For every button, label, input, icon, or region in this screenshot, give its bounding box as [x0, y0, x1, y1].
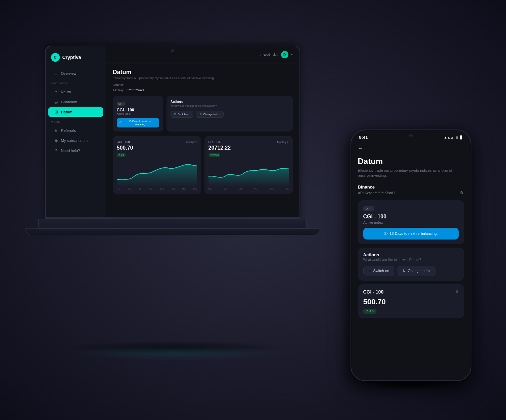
chart2-value: 20712.22 [209, 145, 289, 151]
phone-notch [391, 130, 431, 141]
main-content: ? Need help? D ▾ Datum Effi [106, 46, 300, 219]
page-header: Datum Efficiently trade our proprietary … [106, 63, 300, 83]
chart2-area [209, 160, 289, 187]
phone-switch-on-button[interactable]: ⊟ Switch on [363, 266, 395, 276]
refresh-icon: ↻ [199, 113, 202, 116]
sidebar-item-subscriptions[interactable]: ◉ My subscriptions [48, 136, 103, 145]
help-icon: ? [54, 148, 58, 153]
api-key-label: API Key: [113, 89, 125, 92]
phone-index-subtitle: Active index [363, 220, 459, 224]
phone-change-index-button[interactable]: ↻ Change index [398, 266, 435, 276]
chart2-header: CRI - 100 Monthly ▾ [209, 140, 289, 144]
actions-subtitle: What would you like to do with Datum? [171, 104, 289, 107]
page-title: Datum [113, 69, 293, 76]
back-button[interactable]: ← [358, 145, 464, 151]
chart2-name: CRI - 100 [209, 140, 222, 144]
overview-icon: ○ [54, 71, 58, 76]
page-subtitle: Efficiently trade our proprietary crypto… [113, 76, 293, 80]
wifi-icon: ⊕ [456, 136, 458, 139]
phone-info-icon: ⓘ [384, 231, 387, 236]
sidebar-item-datum[interactable]: ⊞ Datum [48, 107, 103, 117]
app-ui: C Cryptiva ○ Overview PRODUCTS ✦ Neuro [46, 46, 300, 219]
datum-icon: ⊞ [54, 110, 58, 114]
index-name: CGI - 100 [117, 108, 159, 112]
guardium-icon: ◎ [54, 100, 58, 104]
api-key-value: *********3snU [127, 89, 144, 92]
phone-actions-card: Actions What would you like to do with D… [358, 248, 464, 281]
laptop: C Cryptiva ○ Overview PRODUCTS ✦ Neuro [45, 46, 307, 348]
app-name: Cryptiva [62, 55, 81, 60]
sidebar: C Cryptiva ○ Overview PRODUCTS ✦ Neuro [46, 46, 106, 219]
phone-body: 9:41 ▲▲▲ ⊕ ▊ ← Datum Efficiently trade o… [351, 129, 471, 381]
sidebar-item-referrals[interactable]: ◈ Referrals [48, 126, 103, 135]
charts-row: CGI - 100 Monthly ▾ 500.70 ↗ 3% [106, 136, 300, 194]
phone-content: ← Datum Efficiently trade our proprietar… [351, 140, 471, 324]
phone-cgi-header: CGI - 100 ≡ [363, 289, 459, 295]
phone-link-icon: ⊟ [368, 269, 371, 273]
sidebar-item-overview[interactable]: ○ Overview [48, 69, 103, 78]
logo-area: C Cryptiva [46, 53, 106, 68]
chart2-badge: ↗ 0.03% [209, 153, 221, 157]
camera-notch [171, 49, 174, 52]
chart-card-cri: CRI - 100 Monthly ▾ 20712.22 ↗ 0.03% [204, 136, 293, 194]
sidebar-item-neuro[interactable]: ✦ Neuro [48, 87, 103, 97]
chart1-area [117, 160, 197, 187]
phone-index-card: OFF CGI - 100 Active index ⓘ 13 Days to … [358, 200, 464, 244]
switch-on-button[interactable]: ⊟ Switch on [171, 111, 193, 118]
products-label: PRODUCTS [46, 82, 106, 85]
action-buttons-row: ⊟ Switch on ↻ Change index [171, 111, 289, 118]
phone-off-badge: OFF [363, 206, 374, 211]
chart1-value: 500.70 [117, 145, 197, 151]
phone-api-key-label: API Key: [358, 191, 372, 195]
phone-actions-title: Actions [363, 252, 459, 257]
off-badge: OFF [117, 102, 125, 106]
phone-api-key-value: *********3snU [373, 191, 395, 195]
phone-screen: 9:41 ▲▲▲ ⊕ ▊ ← Datum Efficiently trade o… [351, 130, 471, 380]
api-key-row: API Key: *********3snU [106, 89, 300, 92]
chart2-x-labels: May Jun Jul Aug Sept Oct [209, 188, 289, 190]
phone-exchange-label: Binance [358, 185, 464, 190]
edit-icon[interactable]: ✎ [460, 190, 464, 196]
subscriptions-icon: ◉ [54, 138, 58, 143]
phone-filter-icon[interactable]: ≡ [455, 289, 458, 295]
phone-index-name: CGI - 100 [363, 214, 459, 220]
referrals-icon: ◈ [54, 128, 58, 133]
phone-api-key-row: API Key: *********3snU ✎ [358, 190, 464, 196]
info-icon: ⓘ [120, 121, 122, 125]
phone-page-subtitle: Efficiently trade our proprietary crypto… [358, 168, 464, 178]
actions-title: Actions [171, 100, 289, 104]
logo-icon: C [51, 53, 60, 62]
signal-icon: ▲▲▲ [444, 136, 454, 139]
sidebar-item-help[interactable]: ? Need help? [48, 146, 103, 155]
rebalance-button[interactable]: ⓘ 13 Days to next re-balancing. [117, 118, 159, 127]
phone-refresh-icon: ↻ [403, 269, 406, 273]
phone-cgi-card: CGI - 100 ≡ 500.70 ↗ 3% [358, 284, 464, 318]
chart1-filter: Monthly ▾ [185, 141, 197, 144]
phone-action-buttons: ⊟ Switch on ↻ Change index [363, 266, 459, 276]
link-icon: ⊟ [174, 113, 177, 116]
battery-icon: ▊ [460, 136, 463, 139]
phone-cgi-name: CGI - 100 [363, 289, 384, 295]
laptop-bottom [25, 228, 320, 235]
more-label: MORE [46, 120, 106, 123]
laptop-lid: C Cryptiva ○ Overview PRODUCTS ✦ Neuro [45, 46, 300, 220]
chart1-badge: ↗ 3% [117, 153, 126, 157]
chart-card-cgi: CGI - 100 Monthly ▾ 500.70 ↗ 3% [113, 136, 201, 194]
chart1-name: CGI - 100 [117, 140, 130, 144]
actions-card: Actions What would you like to do with D… [167, 96, 293, 132]
phone-actions-subtitle: What would you like to do with Datum? [363, 258, 459, 262]
user-avatar[interactable]: D [281, 51, 288, 58]
laptop-base [38, 219, 307, 229]
laptop-screen: C Cryptiva ○ Overview PRODUCTS ✦ Neuro [46, 46, 300, 219]
sidebar-item-guardium[interactable]: ◎ Guardium [48, 97, 103, 107]
chart1-x-labels: May Jun Jul Aug Sept Oct Nov Dec [117, 188, 197, 190]
change-index-button[interactable]: ↻ Change index [196, 111, 223, 118]
laptop-shadow [62, 341, 290, 354]
phone: 9:41 ▲▲▲ ⊕ ▊ ← Datum Efficiently trade o… [351, 129, 471, 381]
phone-cgi-badge: ↗ 3% [363, 309, 376, 314]
top-bar: ? Need help? D ▾ [106, 46, 300, 63]
phone-camera [409, 134, 413, 137]
phone-status-icons: ▲▲▲ ⊕ ▊ [444, 136, 463, 139]
need-help-button[interactable]: ? Need help? [260, 53, 278, 56]
phone-rebalance-button[interactable]: ⓘ 13 Days to next re-balancing. [363, 228, 459, 240]
